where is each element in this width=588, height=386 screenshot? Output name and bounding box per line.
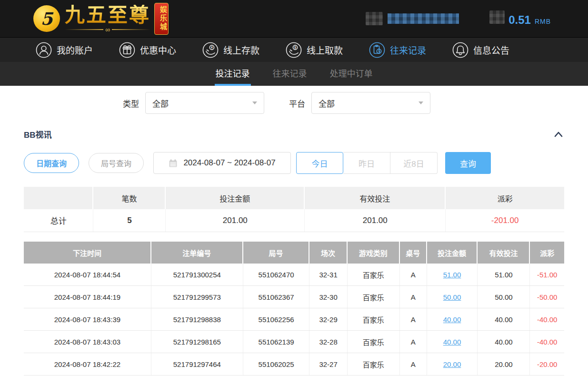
table-cell: 521791300254 [151,264,243,285]
balance-currency: RMB [535,18,551,25]
table-cell: A [400,308,427,330]
summary-header-cell: 派彩 [446,187,564,209]
deposit-icon: ¥ [202,41,219,59]
tab-processing-orders[interactable]: 处理中订单 [329,62,374,86]
type-select[interactable]: 全部 [145,92,264,114]
table-cell: 32-27 [309,353,347,375]
bet-amount-link[interactable]: 40.00 [427,308,478,330]
chevron-up-icon [554,131,563,138]
table-header-cell: 场次 [309,242,347,264]
table-cell: 百家乐 [348,353,400,375]
bet-amount-link[interactable]: 40.00 [427,331,478,353]
platform-select[interactable]: 全部 [311,92,430,114]
top-header: 5 九五至尊 ∞ 娱乐城 0.51 RMB [0,0,588,37]
table-cell: -50.00 [530,286,564,308]
logo-flourish: ∞ [65,27,150,32]
last8days-button[interactable]: 近8日 [390,152,438,174]
nav-item-promotions[interactable]: 优惠中心 [119,41,176,59]
summary-header-cell: 笔数 [93,187,166,209]
bet-records-table: 下注时间 注单编号 局号 场次 游戏类别 桌号 投注金额 有效投注 派彩 202… [24,242,564,376]
tab-label: 处理中订单 [330,67,373,79]
bet-amount-link[interactable]: 50.00 [427,286,478,308]
summary-valid-bet: 201.00 [305,209,446,232]
table-cell: 551062139 [243,331,310,353]
yesterday-label: 昨日 [359,157,375,169]
username-blurred [388,13,459,24]
caret-down-icon [419,102,423,104]
search-button[interactable]: 查询 [445,152,491,174]
table-cell: 32-28 [309,331,347,353]
nav-item-records[interactable]: 往来记录 [369,41,426,59]
logo-coin-icon: 5 [33,5,60,32]
balance-amount: 0.51 [508,13,531,27]
nav-item-withdraw[interactable]: $ 线上取款 [285,41,343,59]
caret-down-icon [252,102,257,104]
tab-transaction-records[interactable]: 往来记录 [272,62,308,86]
bet-table-body: 2024-08-07 18:44:54521791300254551062470… [24,264,564,376]
main-nav: 我的账户 优惠中心 ¥ 线上存款 $ 线上取款 [0,37,588,62]
summary-total-label: 总计 [24,209,93,232]
bet-amount-link[interactable]: 51.00 [427,264,478,285]
bell-icon [452,41,469,59]
table-cell: 2024-08-07 18:44:54 [24,264,151,285]
today-button[interactable]: 今日 [296,152,343,174]
nav-label: 优惠中心 [140,43,176,56]
nav-item-deposit[interactable]: ¥ 线上存款 [202,41,259,59]
nav-label: 往来记录 [390,43,426,56]
table-cell: 51.00 [478,264,530,285]
summary-count: 5 [93,209,166,232]
round-query-button[interactable]: 局号查询 [89,153,144,173]
table-cell: A [400,264,427,285]
table-cell: 百家乐 [348,264,400,285]
section-title: BB视讯 [24,128,52,140]
last8days-label: 近8日 [403,157,424,169]
summary-header-row: 笔数 投注金额 有效投注 派彩 [24,187,564,209]
table-cell: -40.00 [530,331,564,353]
table-cell: A [400,331,427,353]
table-row: 2024-08-07 18:42:22521791297464551062025… [24,353,564,376]
tab-bet-records[interactable]: 投注记录 [215,62,251,86]
table-cell: 2024-08-07 18:43:39 [24,308,151,330]
table-cell: 551062367 [243,286,310,308]
table-cell: -40.00 [530,308,564,330]
table-cell: 32-30 [309,286,347,308]
table-row: 2024-08-07 18:43:39521791298838551062256… [24,308,564,331]
records-icon [369,41,386,59]
svg-text:$: $ [294,46,296,50]
nav-item-my-account[interactable]: 我的账户 [35,41,93,59]
table-cell: 50.00 [478,286,530,308]
table-cell: 2024-08-07 18:43:03 [24,331,151,353]
nav-label: 线上存款 [223,43,259,56]
table-cell: 百家乐 [348,308,400,330]
table-cell: 551062470 [243,264,310,285]
table-row: 2024-08-07 18:43:03521791298165551062139… [24,331,564,353]
nav-item-announcements[interactable]: 信息公告 [452,41,509,59]
table-cell: 551062025 [243,353,310,375]
date-range-input[interactable]: 2024-08-07 ~ 2024-08-07 [153,152,291,174]
brand-name: 九五至尊 [65,5,150,26]
summary-payout: -201.00 [446,209,564,232]
table-cell: 2024-08-07 18:44:19 [24,286,151,308]
bet-amount-link[interactable]: 20.00 [427,353,478,375]
table-cell: -20.00 [530,353,564,375]
balance-coin-icon-blurred [489,10,505,24]
site-logo[interactable]: 5 九五至尊 ∞ 娱乐城 [33,3,169,35]
withdraw-icon: $ [285,41,302,59]
logo-badge: 娱乐城 [154,3,169,35]
summary-header-cell: 投注金额 [166,187,305,209]
table-header-cell: 投注金额 [427,242,478,264]
table-cell: 40.00 [478,308,530,330]
table-header-cell: 下注时间 [24,242,151,264]
collapse-section-button[interactable] [553,130,564,139]
table-cell: A [400,353,427,375]
user-account[interactable] [366,12,459,25]
table-cell: 521791297464 [151,353,243,375]
table-header-cell: 有效投注 [478,242,530,264]
table-header-cell: 桌号 [400,242,427,264]
round-query-label: 局号查询 [101,157,131,169]
table-cell: 32-29 [309,308,347,330]
yesterday-button[interactable]: 昨日 [343,152,390,174]
date-query-button[interactable]: 日期查询 [24,153,79,173]
query-row: 日期查询 局号查询 2024-08-07 ~ 2024-08-07 今日 昨日 [24,152,564,174]
table-cell: 20.00 [478,353,530,375]
